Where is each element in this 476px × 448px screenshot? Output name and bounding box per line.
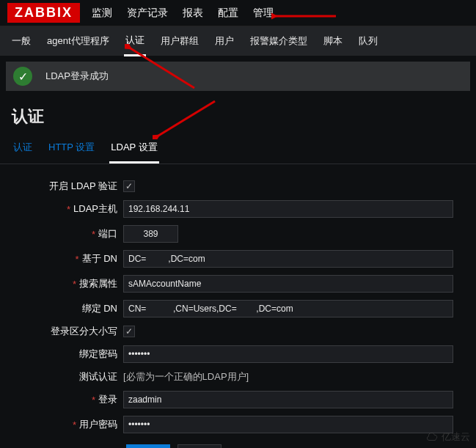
ldap-port-label: 端口 [98,227,117,240]
topbar: ZABBIX 监测 资产记录 报表 配置 管理 [0,0,476,26]
enable-ldap-checkbox[interactable]: ✓ [123,180,135,192]
user-password-label: 用户密码 [79,418,117,431]
logo: ZABBIX [7,3,80,23]
subnav-general[interactable]: 一般 [10,27,32,55]
topnav-admin[interactable]: 管理 [253,7,274,20]
bind-password-label: 绑定密码 [0,348,123,361]
topnav-monitoring[interactable]: 监测 [92,7,112,20]
success-banner: ✓ LDAP登录成功 [6,62,470,91]
subnav-users[interactable]: 用户 [213,27,235,55]
topnav-config[interactable]: 配置 [218,7,238,20]
test-auth-hint: [必需为一个正确的LDAP用户] [123,370,249,383]
subnav-mediatypes[interactable]: 报警媒介类型 [249,27,309,55]
subnav-auth[interactable]: 认证 [124,26,146,56]
base-dn-input[interactable] [123,250,453,268]
test-auth-label: 测试认证 [0,370,123,383]
user-password-input[interactable] [123,416,453,433]
success-icon: ✓ [13,67,32,86]
ldap-host-label: LDAP主机 [73,202,117,216]
ldap-port-input[interactable] [123,225,178,243]
search-attr-input[interactable] [123,275,453,293]
subnav-queue[interactable]: 队列 [357,27,379,55]
tab-http[interactable]: HTTP 设置 [47,133,96,164]
cloud-icon [425,432,439,442]
subnav-proxies[interactable]: agent代理程序 [45,27,111,55]
tabs: 认证 HTTP 设置 LDAP 设置 [0,133,476,164]
topnav: 监测 资产记录 报表 配置 管理 [92,7,274,20]
subnav-usergroups[interactable]: 用户群组 [159,27,200,55]
tab-auth[interactable]: 认证 [12,133,34,164]
ldap-form: 开启 LDAP 验证 ✓ *LDAP主机 *端口 *基于 DN *搜索属性 绑定… [0,164,476,448]
update-button[interactable]: 更新 [126,444,170,448]
login-input[interactable] [123,391,453,408]
topnav-reports[interactable]: 报表 [183,7,203,20]
base-dn-label: 基于 DN [82,252,117,265]
search-attr-label: 搜索属性 [79,277,117,290]
tab-ldap[interactable]: LDAP 设置 [109,133,158,164]
ldap-host-input[interactable] [123,200,453,218]
enable-ldap-label: 开启 LDAP 验证 [0,180,123,193]
test-button[interactable]: 测试 [177,444,221,448]
case-sensitive-checkbox[interactable]: ✓ [123,326,135,337]
bind-dn-label: 绑定 DN [0,302,123,315]
case-sensitive-label: 登录区分大小写 [0,325,123,338]
watermark: 亿速云 [425,430,470,444]
bind-password-input[interactable] [123,345,453,363]
subnav-scripts[interactable]: 脚本 [322,27,344,55]
page-title: 认证 [0,97,476,133]
subbar: 一般 agent代理程序 认证 用户群组 用户 报警媒介类型 脚本 队列 [0,26,476,56]
login-label: 登录 [98,393,117,406]
success-text: LDAP登录成功 [45,70,109,83]
bind-dn-input[interactable] [123,300,453,317]
topnav-inventory[interactable]: 资产记录 [127,7,168,20]
